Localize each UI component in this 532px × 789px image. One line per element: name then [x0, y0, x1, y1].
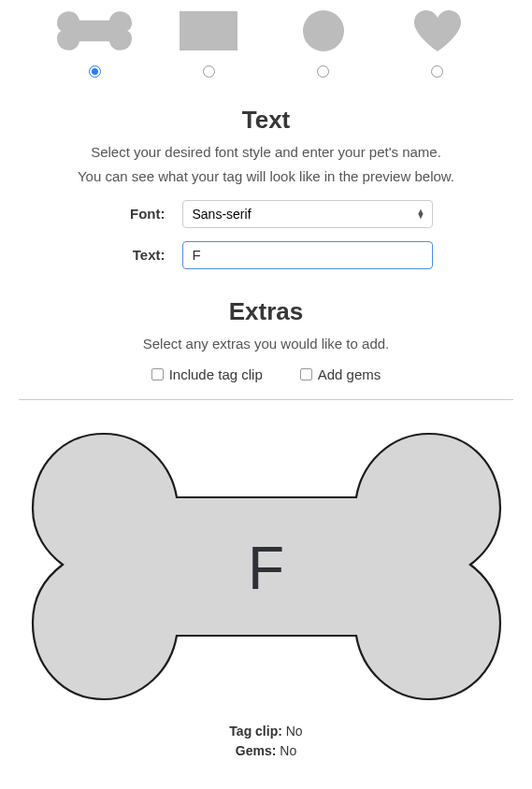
- extras-desc: Select any extras you would like to add.: [19, 334, 513, 354]
- shape-option-circle[interactable]: [277, 7, 370, 78]
- checkbox-icon: [300, 368, 312, 380]
- bone-icon: [57, 7, 132, 54]
- checkbox-icon: [151, 368, 164, 380]
- heart-icon: [400, 7, 475, 54]
- summary-tag-clip-label: Tag clip:: [229, 724, 282, 739]
- text-desc-2: You can see what your tag will look like…: [19, 166, 513, 187]
- summary-gems-label: Gems:: [236, 743, 277, 758]
- shape-radio-rectangle[interactable]: [203, 65, 215, 78]
- font-select[interactable]: Sans-serif: [182, 200, 433, 228]
- shape-option-rectangle[interactable]: [162, 7, 255, 78]
- include-tag-clip-checkbox[interactable]: Include tag clip: [151, 366, 263, 382]
- preview-text: F: [248, 534, 284, 603]
- text-label: Text:: [100, 247, 165, 263]
- text-heading: Text: [19, 106, 513, 135]
- add-gems-label: Add gems: [318, 366, 381, 382]
- summary-tag-clip-value: No: [286, 724, 303, 739]
- tag-preview: F: [19, 428, 513, 709]
- add-gems-checkbox[interactable]: Add gems: [300, 366, 381, 382]
- include-tag-clip-label: Include tag clip: [169, 366, 263, 382]
- font-label: Font:: [100, 206, 165, 222]
- summary: Tag clip: No Gems: No: [19, 722, 513, 761]
- text-desc-1: Select your desired font style and enter…: [19, 142, 513, 163]
- shape-option-bone[interactable]: [48, 7, 141, 78]
- shape-radio-circle[interactable]: [317, 65, 329, 78]
- circle-icon: [286, 7, 361, 54]
- extras-heading: Extras: [19, 297, 513, 326]
- shape-option-heart[interactable]: [391, 7, 484, 78]
- divider: [19, 399, 513, 400]
- summary-gems-value: No: [280, 743, 296, 758]
- text-input[interactable]: [182, 241, 433, 269]
- shape-radio-bone[interactable]: [89, 65, 101, 78]
- rectangle-icon: [171, 7, 246, 54]
- shape-selector: [19, 7, 513, 78]
- shape-radio-heart[interactable]: [431, 65, 443, 78]
